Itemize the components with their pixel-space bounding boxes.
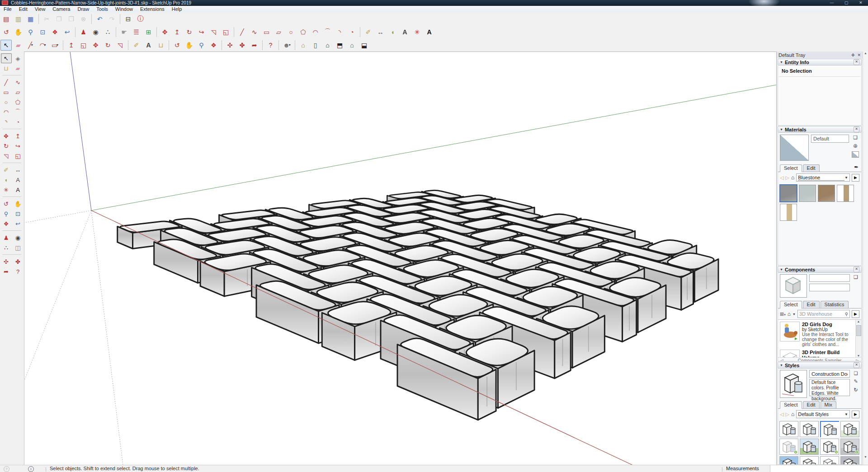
- scroll-down-icon[interactable]: ▼: [863, 455, 868, 458]
- get-models-button[interactable]: ✣: [224, 40, 236, 51]
- move-button[interactable]: ✥: [159, 27, 170, 37]
- style-thumbnail[interactable]: [800, 439, 819, 455]
- components-tab-statistics[interactable]: Statistics: [821, 301, 849, 308]
- text-button[interactable]: A: [13, 175, 24, 185]
- section-plane-button[interactable]: ◫: [13, 243, 24, 252]
- sample-paint-icon[interactable]: ✒: [854, 164, 859, 170]
- components-tab-edit[interactable]: Edit: [803, 301, 820, 308]
- two-point-arc-button[interactable]: ⌒: [322, 27, 333, 37]
- chevron-down-icon[interactable]: ▼: [793, 313, 796, 316]
- menu-extensions[interactable]: Extensions: [137, 6, 168, 12]
- collapse-icon[interactable]: ▼: [780, 128, 783, 131]
- style-thumbnail[interactable]: [800, 456, 819, 465]
- style-thumbnail[interactable]: [820, 439, 839, 455]
- components-scrollbar[interactable]: ▲ ▼: [855, 320, 861, 357]
- styles-tab-select[interactable]: Select: [780, 401, 802, 409]
- text-button[interactable]: A: [399, 27, 410, 37]
- details-arrow-icon[interactable]: ▶: [852, 174, 859, 182]
- zoom-extents-button[interactable]: ❖: [49, 27, 61, 37]
- in-model-icon[interactable]: ⌂: [791, 411, 794, 417]
- menu-draw[interactable]: Draw: [74, 6, 93, 12]
- copy-button[interactable]: ❐: [53, 14, 65, 24]
- create-material-icon[interactable]: ⊕: [853, 143, 858, 149]
- chevron-down-icon[interactable]: ▾: [31, 43, 33, 47]
- entity-info-close-icon[interactable]: ✕: [854, 59, 859, 65]
- style-thumbnail[interactable]: [840, 421, 859, 437]
- rectangle-button[interactable]: ▭: [1, 87, 12, 97]
- rotate-button[interactable]: ↻: [1, 141, 12, 151]
- style-thumbnail[interactable]: [779, 439, 798, 455]
- extension-warehouse-button[interactable]: ?: [265, 40, 276, 51]
- styles-collection-dropdown[interactable]: Default Styles ▼: [796, 410, 850, 418]
- styles-tab-mix[interactable]: Mix: [821, 401, 836, 408]
- dimension-button[interactable]: ↔: [375, 27, 386, 37]
- paint-bucket-button[interactable]: ⊔: [1, 63, 12, 73]
- view-front-button[interactable]: ⌂: [322, 40, 333, 51]
- get-models-button[interactable]: ✣: [1, 257, 12, 266]
- style-thumbnail[interactable]: [840, 456, 859, 465]
- share-model-button[interactable]: ✤: [13, 257, 24, 266]
- follow-me-button[interactable]: ↪: [196, 27, 207, 37]
- menu-help[interactable]: Help: [168, 6, 186, 12]
- materials-header[interactable]: ▼ Materials ✕: [778, 126, 862, 133]
- close-button[interactable]: ✕: [857, 0, 864, 6]
- axes-button[interactable]: ✳: [411, 27, 423, 37]
- component-attributes-button[interactable]: ⊞: [143, 27, 154, 37]
- three-point-arc-button[interactable]: ◝: [1, 117, 12, 127]
- line-button[interactable]: ╱: [1, 77, 12, 87]
- next-collection-icon[interactable]: ▷: [856, 358, 859, 361]
- 3d-text-button[interactable]: A: [13, 185, 24, 195]
- materials-tab-edit[interactable]: Edit: [803, 164, 820, 172]
- line-button[interactable]: ╱▾: [25, 40, 36, 51]
- styles-tab-edit[interactable]: Edit: [803, 401, 820, 408]
- print-button[interactable]: ⊟: [123, 14, 134, 24]
- scroll-up-icon[interactable]: ▲: [863, 51, 868, 55]
- scale-button[interactable]: ◹: [114, 40, 126, 51]
- tray-close-icon[interactable]: ✕: [857, 53, 861, 57]
- polygon-button[interactable]: ⬠: [13, 97, 24, 107]
- search-icon[interactable]: ⚲: [845, 312, 848, 317]
- zoom-extents-button[interactable]: ❖: [1, 219, 12, 229]
- zoom-button[interactable]: ⚲: [196, 40, 207, 51]
- menu-file[interactable]: File: [0, 6, 15, 12]
- orbit-button[interactable]: ↺: [0, 27, 12, 37]
- view-back-button[interactable]: ▯: [310, 40, 321, 51]
- materials-collection-dropdown[interactable]: Bluestone ▼: [796, 173, 850, 182]
- materials-close-icon[interactable]: ✕: [854, 126, 859, 132]
- tape-measure-button[interactable]: ✐: [1, 165, 12, 175]
- style-thumbnail[interactable]: [840, 439, 859, 455]
- offset-button[interactable]: ◱: [220, 27, 231, 37]
- freehand-button[interactable]: ∿: [13, 77, 24, 87]
- undo-button[interactable]: ↶: [94, 14, 105, 24]
- minimize-button[interactable]: —: [828, 0, 835, 6]
- three-point-arc-button[interactable]: ◝: [334, 27, 345, 37]
- rotate-button[interactable]: ↻: [102, 40, 113, 51]
- zoom-window-button[interactable]: ⊡: [37, 27, 48, 37]
- scroll-thumb[interactable]: [856, 325, 861, 336]
- style-thumbnail[interactable]: [779, 421, 798, 437]
- rotated-rectangle-button[interactable]: ▱: [273, 27, 284, 37]
- open-file-button[interactable]: ▥: [13, 14, 24, 24]
- rotate-button[interactable]: ↻: [184, 27, 195, 37]
- style-thumbnail[interactable]: [800, 421, 819, 437]
- paste-button[interactable]: ❒: [66, 14, 77, 24]
- chevron-down-icon[interactable]: ▾: [289, 43, 291, 47]
- push-pull-button[interactable]: ↥: [171, 27, 183, 37]
- share-model-button[interactable]: ✤: [236, 40, 248, 51]
- make-component-button[interactable]: ◈: [13, 53, 24, 63]
- credits-icon[interactable]: i: [28, 466, 34, 472]
- dimension-button[interactable]: ↔: [13, 165, 24, 175]
- pan-button[interactable]: ✋: [184, 40, 195, 51]
- erase-button[interactable]: ⊗: [78, 14, 89, 24]
- tray-scrollbar[interactable]: ▲ ▼: [863, 51, 868, 465]
- tape-measure-button[interactable]: ✐: [363, 27, 374, 37]
- rectangle-button[interactable]: ▭: [261, 27, 272, 37]
- material-swatch[interactable]: [818, 185, 835, 202]
- tape-measure-button[interactable]: ✐: [131, 40, 142, 51]
- component-description-field[interactable]: [809, 284, 850, 291]
- in-model-icon[interactable]: ⌂: [788, 311, 791, 317]
- push-pull-button[interactable]: ↥: [66, 40, 77, 51]
- protractor-button[interactable]: ◖: [1, 175, 12, 185]
- scroll-down-icon[interactable]: ▼: [856, 354, 861, 357]
- search-input[interactable]: 3D Warehouse: [799, 311, 845, 317]
